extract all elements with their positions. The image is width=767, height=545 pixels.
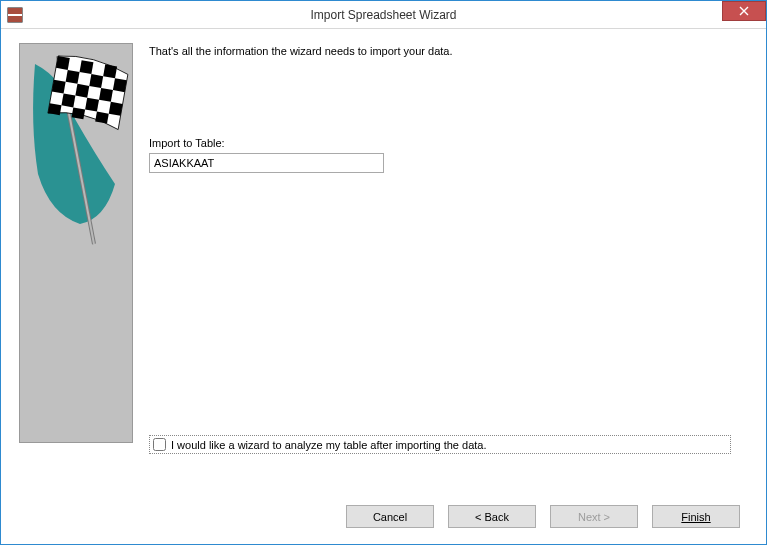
separator: [19, 494, 748, 495]
svg-rect-6: [89, 74, 103, 88]
svg-rect-3: [80, 60, 94, 74]
import-to-table-label: Import to Table:: [149, 137, 748, 149]
svg-rect-9: [75, 84, 89, 98]
svg-rect-11: [61, 94, 75, 108]
analyze-label[interactable]: I would like a wizard to analyze my tabl…: [171, 439, 487, 451]
svg-rect-10: [99, 88, 113, 102]
cancel-button[interactable]: Cancel: [346, 505, 434, 528]
svg-rect-16: [95, 112, 109, 124]
import-to-table-input[interactable]: [149, 153, 384, 173]
close-icon: [739, 6, 749, 16]
app-icon: [7, 7, 23, 23]
next-button[interactable]: Next >: [550, 505, 638, 528]
svg-rect-14: [48, 103, 62, 115]
close-button[interactable]: [722, 1, 766, 21]
svg-rect-5: [66, 70, 80, 84]
window-title: Import Spreadsheet Wizard: [1, 8, 766, 22]
wizard-banner-image: [19, 43, 133, 443]
form-area: That's all the information the wizard ne…: [149, 43, 748, 494]
svg-rect-4: [103, 64, 117, 78]
intro-text: That's all the information the wizard ne…: [149, 45, 748, 57]
svg-rect-12: [85, 98, 99, 112]
titlebar: Import Spreadsheet Wizard: [1, 1, 766, 29]
analyze-checkbox[interactable]: [153, 438, 166, 451]
content-area: That's all the information the wizard ne…: [1, 29, 766, 544]
svg-rect-2: [56, 56, 70, 70]
wizard-window: Import Spreadsheet Wizard: [0, 0, 767, 545]
svg-rect-7: [113, 78, 127, 92]
svg-rect-15: [72, 107, 86, 119]
analyze-option-row: I would like a wizard to analyze my tabl…: [149, 435, 731, 454]
svg-rect-13: [109, 102, 123, 116]
back-button[interactable]: < Back: [448, 505, 536, 528]
svg-rect-8: [52, 80, 66, 94]
finish-button[interactable]: Finish: [652, 505, 740, 528]
button-row: Cancel < Back Next > Finish: [19, 505, 748, 532]
main-area: That's all the information the wizard ne…: [19, 43, 748, 494]
